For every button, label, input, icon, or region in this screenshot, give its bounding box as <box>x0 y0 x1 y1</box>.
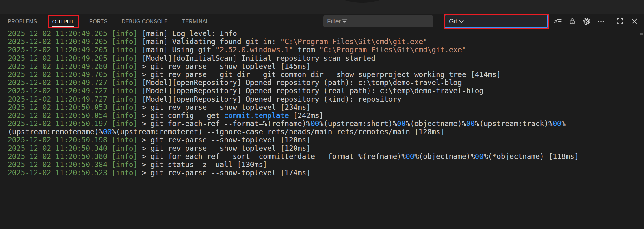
log-line: 2025-12-02 11:20:50.523 [info] > git rev… <box>8 169 638 177</box>
settings-button[interactable] <box>581 16 592 27</box>
scrollbar-thumb[interactable] <box>640 33 643 35</box>
log-line: 2025-12-02 11:20:49.205 [info] [main] Va… <box>8 38 638 46</box>
log-line: 2025-12-02 11:20:49.727 [info] [Model][o… <box>8 79 638 87</box>
output-channel-value: Git <box>449 18 457 25</box>
vertical-scrollbar[interactable] <box>639 29 644 229</box>
clear-output-button[interactable] <box>552 16 563 27</box>
log-line: 2025-12-02 11:20:49.727 [info] [Model][o… <box>8 87 638 95</box>
header-divider <box>611 18 611 25</box>
chevron-down-icon <box>457 17 465 25</box>
log-line: 2025-12-02 11:20:49.205 [info] [main] Us… <box>8 46 638 54</box>
log-line: (upstream:remotename)%00%(upstream:remot… <box>8 128 638 136</box>
log-line: 2025-12-02 11:20:49.205 [info] [main] Lo… <box>8 29 638 38</box>
log-line: 2025-12-02 11:20:50.197 [info] > git for… <box>8 120 638 128</box>
log-line: 2025-12-02 11:20:49.727 [info] [Model][o… <box>8 95 638 103</box>
panel-header-actions: Filter Git <box>323 14 644 29</box>
log-line: 2025-12-02 11:20:50.384 [info] > git sta… <box>8 160 638 169</box>
output-channel-select[interactable]: Git <box>445 15 548 28</box>
gear-icon <box>583 18 591 25</box>
close-panel-button[interactable] <box>629 16 640 27</box>
close-icon <box>631 18 638 25</box>
output-log[interactable]: 2025-12-02 11:20:49.205 [info] [main] Lo… <box>0 29 638 229</box>
maximize-panel-button[interactable] <box>615 16 625 27</box>
more-actions-icon <box>597 18 605 25</box>
clear-output-icon <box>554 18 562 25</box>
panel-header: PROBLEMS OUTPUT PORTS DEBUG CONSOLE TERM… <box>0 14 644 28</box>
log-line: 2025-12-02 11:20:50.054 [info] > git con… <box>8 111 638 120</box>
log-line: 2025-12-02 11:20:50.380 [info] > git for… <box>8 152 638 160</box>
log-line: 2025-12-02 11:20:50.340 [info] > git rev… <box>8 144 638 152</box>
tab-debug-console[interactable]: DEBUG CONSOLE <box>122 16 168 27</box>
editor-top-strip <box>0 0 644 14</box>
auto-scroll-lock-button[interactable] <box>567 16 577 27</box>
log-line: 2025-12-02 11:20:49.205 [info] [Model][d… <box>8 54 638 62</box>
filter-placeholder: Filter <box>327 18 341 25</box>
tab-problems[interactable]: PROBLEMS <box>8 16 37 27</box>
panel-tabs: PROBLEMS OUTPUT PORTS DEBUG CONSOLE TERM… <box>0 16 223 27</box>
filter-input[interactable]: Filter <box>323 15 433 27</box>
log-line: 2025-12-02 11:20:50.053 [info] > git rev… <box>8 103 638 111</box>
log-line: 2025-12-02 11:20:50.198 [info] > git rev… <box>8 136 638 144</box>
tab-terminal[interactable]: TERMINAL <box>182 16 209 27</box>
annotation-box-output-tab: OUTPUT <box>48 15 79 28</box>
tab-output[interactable]: OUTPUT <box>52 16 74 27</box>
log-line: 2025-12-02 11:20:49.280 [info] > git rev… <box>8 62 638 70</box>
log-line: 2025-12-02 11:20:49.705 [info] > git rev… <box>8 70 638 79</box>
annotation-box-channel-select: Git <box>444 14 549 29</box>
screen-full-icon <box>616 18 624 25</box>
tab-ports[interactable]: PORTS <box>89 16 107 27</box>
lock-icon <box>568 18 576 25</box>
filter-icon <box>341 18 348 25</box>
more-actions-button[interactable] <box>596 16 606 27</box>
editor-watermark <box>168 0 557 9</box>
